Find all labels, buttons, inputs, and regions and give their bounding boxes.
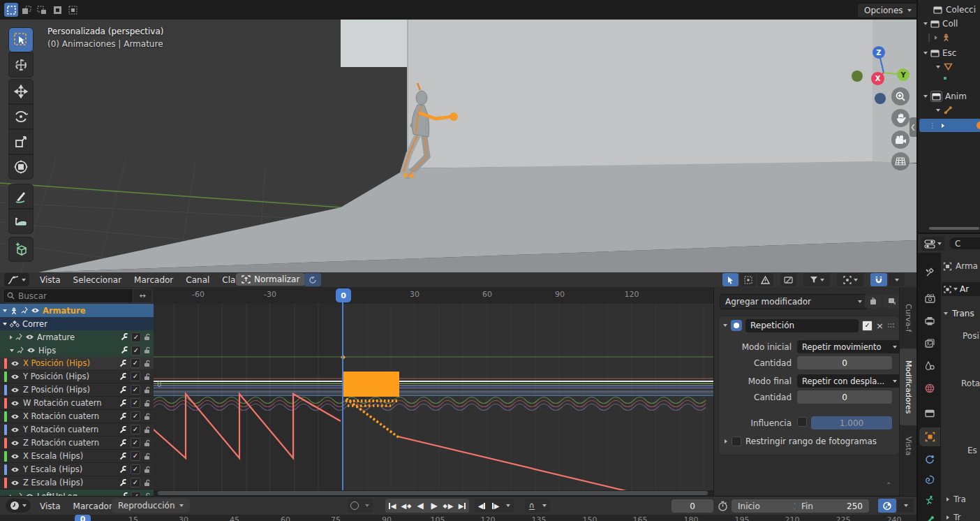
tool-transform-button[interactable] — [8, 154, 34, 179]
channel-enable-checkbox[interactable]: ✓ — [131, 398, 140, 408]
fcurve-channel-row[interactable]: Y Rotación cuatern ✓ — [0, 423, 154, 436]
paste-modifiers-button[interactable] — [883, 294, 900, 308]
tab-curva-f[interactable]: Curva-f — [900, 291, 916, 344]
eye-icon[interactable] — [10, 440, 20, 446]
chevron-down-icon[interactable] — [923, 52, 928, 54]
next-keyframe-button[interactable]: ◆▶ — [441, 499, 455, 513]
properties-search-input[interactable]: C — [949, 237, 980, 249]
chevron-down-icon[interactable] — [923, 95, 928, 98]
zoom-button[interactable] — [891, 87, 910, 105]
tab-vista[interactable]: Vista — [900, 430, 916, 463]
properties-editor-type-button[interactable] — [921, 237, 944, 251]
orthographic-grid-button[interactable] — [891, 152, 910, 170]
frame-back-button[interactable]: ◀ — [475, 499, 489, 513]
channel-filter-toggle[interactable]: ↔ — [133, 288, 152, 303]
timeline-menu-marcador[interactable]: Marcador — [67, 501, 119, 511]
tool-move-button[interactable] — [8, 79, 34, 104]
frame-step-dropdown[interactable] — [503, 499, 514, 513]
tab-world[interactable] — [919, 379, 940, 397]
chevron-down-icon[interactable] — [936, 66, 940, 68]
outliner-collection-row[interactable]: Coll — [918, 17, 980, 30]
count-before-field[interactable]: 0 — [797, 356, 892, 369]
filter-funnel-icon[interactable] — [803, 273, 830, 286]
graph-hscroll-track[interactable] — [154, 490, 713, 496]
tab-view-layer[interactable] — [919, 334, 940, 353]
keying-set-button[interactable] — [878, 499, 896, 513]
select-mode-subtract-icon[interactable] — [35, 3, 49, 17]
eye-icon[interactable] — [27, 347, 36, 353]
menu-marcador[interactable]: Marcador — [128, 275, 179, 285]
tab-constraints[interactable] — [919, 450, 940, 469]
timeline-ruler[interactable]: 0 15 30 45 60 75 90 105 120 135 150 165 … — [0, 515, 916, 521]
mode-before-dropdown[interactable]: Repetir movimiento — [797, 340, 902, 353]
channel-search-input[interactable]: Buscar — [3, 288, 141, 303]
channel-row-leftupleg-group[interactable]: LeftUpLeg ✓ — [0, 490, 154, 496]
select-mode-set-icon[interactable] — [4, 3, 18, 17]
fcurve-channel-row[interactable]: X Rotación cuatern ✓ — [0, 410, 154, 423]
gizmo-y-axis[interactable]: Y — [897, 68, 910, 81]
outliner-scene-collection[interactable]: Colecci — [918, 3, 980, 16]
viewport-3d[interactable]: Personalizada (perspectiva) (0) Animacio… — [0, 20, 916, 272]
outliner-armature-data-row[interactable] — [918, 103, 980, 117]
fcurve-channel-row[interactable]: Y Posición (Hips) ✓ — [0, 370, 154, 383]
tool-add-cube-button[interactable] — [8, 237, 34, 262]
outliner-mesh-row[interactable] — [918, 60, 980, 73]
menu-seleccionar[interactable]: Seleccionar — [67, 275, 128, 285]
tab-scene[interactable] — [919, 356, 940, 375]
lock-open-icon[interactable] — [144, 399, 151, 407]
gizmo-x-axis[interactable]: X — [871, 72, 884, 85]
mode-after-dropdown[interactable]: Repetir con despla... — [797, 374, 902, 388]
tool-annotate-button[interactable] — [8, 184, 34, 209]
fcurve-channel-row[interactable]: Z Posición (Hips) ✓ — [0, 383, 154, 397]
modifier-name-field[interactable]: Repetición — [745, 319, 859, 332]
options-button[interactable]: Opciones — [857, 3, 919, 18]
tab-physics[interactable] — [919, 470, 940, 489]
play-reverse-button[interactable]: ◀ — [413, 499, 427, 513]
drag-handle-icon[interactable] — [887, 323, 895, 328]
eye-icon[interactable] — [10, 480, 20, 486]
pin-icon[interactable] — [21, 307, 28, 314]
camera-view-button[interactable] — [891, 131, 910, 149]
editor-type-button[interactable] — [4, 273, 29, 286]
current-frame-field[interactable]: 0 — [671, 499, 713, 513]
lock-open-icon[interactable] — [144, 346, 151, 354]
timeline-menu-vista[interactable]: Vista — [34, 501, 67, 511]
channel-row-action[interactable]: Correr — [0, 317, 154, 330]
only-selected-curves-icon[interactable] — [722, 273, 738, 286]
channel-row-armature-group[interactable]: Armature ✓ — [0, 330, 154, 344]
graph-ruler[interactable]: -60 -30 30 60 90 120 — [154, 287, 713, 304]
tab-tool[interactable] — [919, 263, 940, 281]
tab-render[interactable] — [919, 289, 940, 308]
lock-open-icon[interactable] — [144, 453, 151, 460]
jump-to-start-button[interactable]: ◀ — [385, 499, 399, 513]
snap-dropdown[interactable] — [889, 273, 905, 286]
gizmo-z-axis[interactable]: Z — [873, 46, 885, 59]
transform-panel-header[interactable]: Trans — [944, 309, 974, 318]
tool-measure-button[interactable] — [8, 209, 34, 234]
fcurve-channel-row[interactable]: X Posición (Hips) ✓ — [0, 357, 154, 370]
channel-enable-checkbox[interactable]: ✓ — [131, 411, 140, 421]
tool-rotate-button[interactable] — [8, 104, 34, 129]
menu-vista[interactable]: Vista — [34, 275, 67, 285]
lock-open-icon[interactable] — [144, 413, 151, 420]
snap-magnet-icon[interactable] — [870, 273, 887, 286]
channel-enable-checkbox[interactable]: ✓ — [131, 478, 140, 487]
select-mode-extend-icon[interactable] — [20, 3, 34, 17]
lock-open-icon[interactable] — [144, 479, 151, 487]
modifier-enable-checkbox[interactable]: ✓ — [862, 321, 873, 331]
eye-icon[interactable] — [31, 307, 40, 314]
frame-forward-button[interactable]: ▶ — [489, 499, 503, 513]
lock-open-icon[interactable] — [144, 426, 151, 434]
play-button[interactable]: ▶ — [427, 499, 441, 513]
lock-open-icon[interactable] — [144, 466, 151, 474]
eye-icon[interactable] — [10, 400, 20, 406]
normalize-toggle[interactable]: Normalizar — [236, 273, 305, 286]
jump-to-end-button[interactable]: ▶ — [455, 499, 469, 513]
loop-button[interactable]: ∩ — [525, 499, 539, 513]
pin-icon[interactable] — [17, 346, 24, 354]
tool-cursor-button[interactable] — [8, 52, 34, 78]
eye-icon[interactable] — [10, 374, 20, 380]
chevron-down-icon[interactable] — [723, 324, 727, 327]
lock-open-icon[interactable] — [144, 373, 151, 381]
channel-enable-checkbox[interactable]: ✓ — [131, 385, 140, 395]
